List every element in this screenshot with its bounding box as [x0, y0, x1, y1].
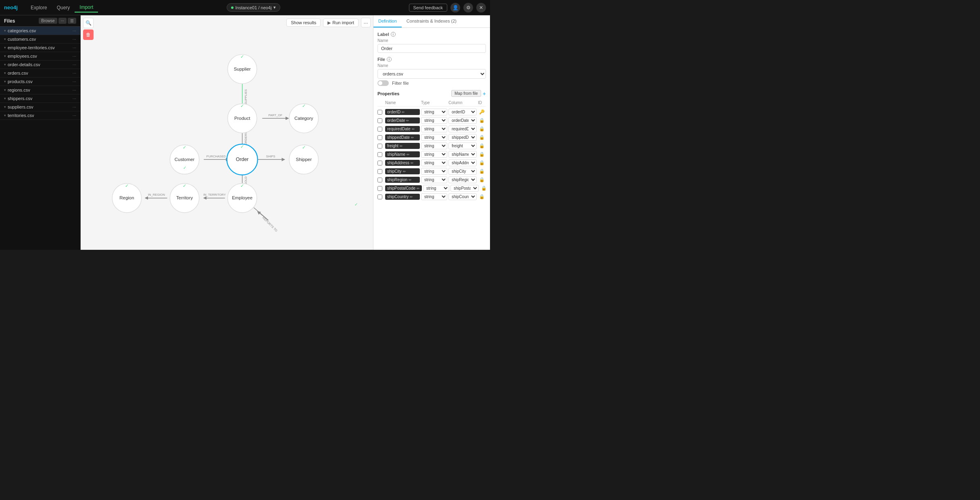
prop-type-select[interactable]: string [421, 126, 447, 132]
prop-key-icon[interactable]: 🔒 [478, 169, 486, 174]
browse-button[interactable]: Browse [39, 18, 57, 24]
prop-edit-icon[interactable]: ✏ [406, 119, 409, 123]
prop-column-select[interactable]: requiredD... [448, 126, 477, 132]
prop-type-select[interactable]: string [421, 134, 447, 141]
file-item[interactable]: ▾shippers.csv··· [0, 94, 80, 103]
file-item[interactable]: ▾suppliers.csv··· [0, 103, 80, 111]
prop-checkbox[interactable] [377, 161, 382, 165]
file-menu-icon[interactable]: ··· [73, 28, 76, 33]
prop-type-select[interactable]: string [421, 176, 447, 183]
prop-column-select[interactable]: orderDate [448, 117, 477, 124]
file-item[interactable]: ▾categories.csv··· [0, 27, 80, 35]
prop-checkbox[interactable] [377, 118, 382, 123]
prop-column-select[interactable]: orderID [448, 109, 477, 115]
file-menu-icon[interactable]: ··· [73, 105, 76, 109]
file-menu-icon[interactable]: ··· [73, 71, 76, 75]
close-icon[interactable]: ✕ [476, 3, 486, 13]
prop-edit-icon[interactable]: ✏ [407, 153, 410, 157]
prop-key-icon[interactable]: 🔒 [478, 177, 486, 182]
prop-checkbox[interactable] [377, 135, 382, 140]
file-name-select[interactable]: orders.csv [377, 69, 486, 79]
prop-edit-icon[interactable]: ✏ [400, 144, 403, 148]
file-item[interactable]: ▾customers.csv··· [0, 35, 80, 44]
instance-badge[interactable]: Instance01 / neo4j ▾ [227, 3, 281, 12]
prop-checkbox[interactable] [377, 144, 382, 149]
file-menu-icon[interactable]: ··· [73, 37, 76, 42]
prop-edit-icon[interactable]: ✏ [411, 161, 414, 165]
prop-column-select[interactable]: shipAddress [448, 159, 477, 166]
prop-column-select[interactable]: shipRegion [448, 176, 477, 183]
prop-edit-icon[interactable]: ✏ [417, 186, 420, 190]
file-menu-icon[interactable]: ··· [73, 113, 76, 118]
prop-edit-icon[interactable]: ✏ [402, 110, 405, 114]
nav-query[interactable]: Query [52, 3, 75, 12]
prop-column-select[interactable]: shippedDate [448, 134, 477, 141]
show-results-button[interactable]: Show results [286, 19, 321, 27]
prop-checkbox[interactable] [377, 169, 382, 174]
prop-checkbox[interactable] [377, 178, 382, 182]
prop-key-icon[interactable]: 🔒 [478, 126, 486, 132]
file-item[interactable]: ▾products.csv··· [0, 77, 80, 86]
file-menu-icon[interactable]: ··· [73, 54, 76, 59]
nav-explore[interactable]: Explore [26, 3, 52, 12]
prop-type-select[interactable]: string [421, 151, 447, 158]
prop-checkbox[interactable] [377, 152, 382, 157]
prop-column-select[interactable]: shipCountry [448, 193, 477, 200]
file-item[interactable]: ▾orders.csv··· [0, 69, 80, 77]
sidebar-more-button[interactable]: ··· [58, 18, 67, 24]
prop-edit-icon[interactable]: ✏ [410, 195, 413, 199]
prop-column-select[interactable]: shipPostal... [450, 185, 479, 192]
file-info-icon[interactable]: i [387, 57, 392, 62]
label-info-icon[interactable]: i [391, 32, 396, 37]
file-item[interactable]: ▾order-details.csv··· [0, 61, 80, 69]
file-menu-icon[interactable]: ··· [73, 62, 76, 67]
prop-key-icon[interactable]: 🔒 [478, 194, 486, 199]
prop-key-icon[interactable]: 🔒 [478, 152, 486, 157]
canvas-more-button[interactable]: ··· [361, 18, 371, 27]
prop-type-select[interactable]: string [421, 109, 447, 115]
prop-key-icon[interactable]: 🔒 [478, 143, 486, 149]
prop-key-icon[interactable]: 🔒 [478, 160, 486, 165]
map-from-file-button[interactable]: Map from file [451, 90, 481, 97]
prop-type-select[interactable]: string [421, 193, 447, 200]
file-item[interactable]: ▾employees.csv··· [0, 52, 80, 61]
tab-definition[interactable]: Definition [373, 15, 402, 27]
graph-canvas[interactable]: SUPPLIES PART_OF ORDERS PURCHASED SHIPS … [81, 15, 373, 250]
run-import-button[interactable]: ▶ Run import [323, 19, 359, 27]
prop-edit-icon[interactable]: ✏ [403, 169, 406, 174]
prop-checkbox[interactable] [377, 186, 382, 191]
file-menu-icon[interactable]: ··· [73, 45, 76, 50]
file-menu-icon[interactable]: ··· [73, 79, 76, 84]
prop-type-select[interactable]: string [421, 142, 447, 149]
file-item[interactable]: ▾territories.csv··· [0, 111, 80, 120]
send-feedback-button[interactable]: Send feedback [409, 4, 447, 12]
filter-file-toggle[interactable] [377, 80, 389, 86]
prop-edit-icon[interactable]: ✏ [409, 178, 412, 182]
file-menu-icon[interactable]: ··· [73, 88, 76, 92]
prop-column-select[interactable]: shipCity [448, 168, 477, 175]
file-item[interactable]: ▾employee-territories.csv··· [0, 44, 80, 52]
prop-column-select[interactable]: shipName [448, 151, 477, 158]
prop-type-select[interactable]: string [421, 168, 447, 175]
user-icon[interactable]: 👤 [450, 3, 460, 13]
prop-key-icon[interactable]: 🔒 [478, 135, 486, 140]
nav-import[interactable]: Import [75, 3, 98, 13]
prop-type-select[interactable]: string [421, 117, 447, 124]
prop-edit-icon[interactable]: ✏ [412, 127, 415, 131]
add-property-button[interactable]: + [483, 90, 486, 97]
prop-column-select[interactable]: freight [448, 142, 477, 149]
delete-canvas-button[interactable]: 🗑 [83, 29, 94, 40]
prop-edit-icon[interactable]: ✏ [411, 136, 414, 140]
search-canvas-button[interactable]: 🔍 [83, 18, 94, 28]
prop-key-icon[interactable]: 🔒 [480, 186, 488, 191]
prop-key-icon[interactable]: 🔑 [478, 109, 486, 115]
prop-type-select[interactable]: string [421, 159, 447, 166]
prop-type-select[interactable]: string [423, 185, 449, 192]
prop-checkbox[interactable] [377, 127, 382, 132]
prop-checkbox[interactable] [377, 195, 382, 199]
file-item[interactable]: ▾regions.csv··· [0, 86, 80, 94]
settings-icon[interactable]: ⚙ [463, 3, 473, 13]
tab-constraints[interactable]: Constraints & Indexes (2) [402, 15, 461, 27]
file-menu-icon[interactable]: ··· [73, 96, 76, 101]
prop-key-icon[interactable]: 🔒 [478, 118, 486, 123]
